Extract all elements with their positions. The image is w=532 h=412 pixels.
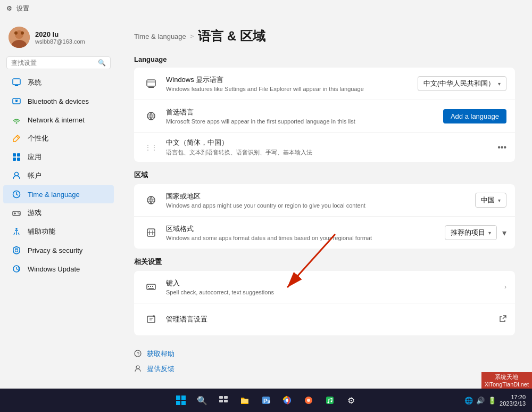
breadcrumb-separator: > [190, 33, 194, 39]
sidebar-item-privacy-label: Privacy & security [28, 246, 82, 254]
taskbar: 🔍 Ps ⚙ 🌐 🔊 🔋 17:20 2023/2/13 [0, 389, 532, 412]
svg-rect-29 [148, 286, 149, 287]
regional-format-expand-icon[interactable]: ▾ [502, 228, 506, 238]
manage-lang-row[interactable]: 管理语言设置 [134, 303, 515, 335]
get-help-link[interactable]: ? 获取帮助 [134, 348, 515, 360]
avatar [9, 27, 30, 48]
chinese-language-title: 中文（简体，中国） [166, 138, 497, 147]
timelang-icon [12, 189, 21, 199]
apps-icon [12, 152, 21, 162]
chinese-language-action[interactable]: ••• [497, 143, 506, 152]
sidebar-item-accounts[interactable]: 帐户 [3, 167, 114, 185]
sidebar-item-network-label: Network & internet [28, 116, 85, 124]
region-section-header: 区域 [134, 170, 515, 180]
settings-icon: ⚙ [6, 5, 12, 12]
sidebar-item-system[interactable]: 系统 [3, 73, 114, 92]
chinese-language-row[interactable]: ⋮⋮ 中文（简体，中国） 语言包、文本到语音转换、语音识别、手写、基本输入法 •… [134, 133, 515, 162]
typing-row[interactable]: 键入 Spell check, autocorrect, text sugges… [134, 271, 515, 303]
sidebar-item-update[interactable]: Windows Update [3, 260, 114, 278]
watermark-line2: XiTongTianDi.net [485, 381, 529, 388]
drag-handle-icon: ⋮⋮ [143, 139, 160, 156]
typing-desc: Spell check, autocorrect, text suggestio… [166, 289, 504, 295]
sidebar-item-network[interactable]: Network & internet [3, 111, 114, 129]
display-language-action[interactable]: 中文(中华人民共和国） ▾ [418, 76, 506, 91]
help-links: ? 获取帮助 提供反馈 [134, 348, 515, 375]
svg-text:?: ? [137, 351, 139, 357]
taskbar-chrome-icon[interactable] [278, 391, 297, 410]
sidebar-item-accessibility-label: 辅助功能 [28, 227, 55, 236]
regional-format-action[interactable]: 推荐的项目 ▾ ▾ [445, 225, 506, 240]
typing-chevron-icon: › [504, 283, 506, 291]
sidebar-item-gaming[interactable]: 游戏 [3, 204, 114, 222]
country-value: 中国 [481, 195, 495, 205]
manage-lang-content: 管理语言设置 [166, 315, 499, 324]
sidebar-item-personalize-label: 个性化 [28, 134, 48, 143]
display-language-row[interactable]: Windows 显示语言 Windows features like Setti… [134, 68, 515, 100]
sidebar-item-apps-label: 应用 [28, 152, 41, 162]
svg-point-55 [331, 401, 332, 402]
country-row[interactable]: 国家或地区 Windows and apps might use your co… [134, 184, 515, 217]
network-icon [12, 115, 21, 125]
sidebar-item-personalize[interactable]: 个性化 [3, 129, 114, 147]
personalize-icon [12, 134, 21, 143]
svg-rect-32 [148, 288, 154, 289]
taskbar-music-icon[interactable] [320, 391, 339, 410]
regional-format-row[interactable]: 区域格式 Windows and some apps format dates … [134, 217, 515, 249]
search-box[interactable]: 🔍 [6, 56, 111, 69]
watermark: 系统天地 XiTongTianDi.net [481, 372, 532, 389]
sidebar-item-accessibility[interactable]: 辅助功能 [3, 223, 114, 241]
display-language-title: Windows 显示语言 [166, 75, 418, 85]
regional-format-chevron-icon: ▾ [488, 230, 491, 236]
taskbar-search-icon[interactable]: 🔍 [193, 391, 212, 410]
sidebar-item-gaming-label: 游戏 [28, 208, 41, 218]
system-icon [12, 78, 21, 87]
taskbar-icon-network[interactable]: 🌐 [464, 397, 473, 405]
related-settings-card: 键入 Spell check, autocorrect, text sugges… [134, 271, 515, 335]
taskbar-center: 🔍 Ps ⚙ [171, 391, 361, 410]
sidebar-item-apps[interactable]: 应用 [3, 148, 114, 166]
svg-rect-11 [13, 153, 16, 156]
regional-format-icon [143, 224, 160, 241]
regional-format-desc: Windows and some apps format dates and t… [166, 235, 445, 241]
taskbar-settings-icon[interactable]: ⚙ [342, 391, 361, 410]
svg-point-25 [147, 112, 155, 120]
manage-lang-action[interactable] [499, 315, 506, 324]
taskbar-taskview-icon[interactable] [214, 391, 233, 410]
taskbar-start-icon[interactable] [171, 391, 190, 410]
get-help-label: 获取帮助 [147, 349, 174, 359]
feedback-link[interactable]: 提供反馈 [134, 363, 515, 375]
country-select[interactable]: 中国 ▾ [475, 193, 506, 208]
taskbar-icon-battery[interactable]: 🔋 [488, 397, 496, 405]
user-email: wslbb87@163.com [35, 38, 85, 45]
sidebar-item-bluetooth[interactable]: Bluetooth & devices [3, 92, 114, 110]
sidebar-item-timelang[interactable]: Time & language [3, 185, 114, 203]
taskbar-app2-icon[interactable] [299, 391, 318, 410]
region-card: 国家或地区 Windows and apps might use your co… [134, 184, 515, 249]
search-input[interactable] [11, 59, 95, 67]
sidebar-item-update-label: Windows Update [28, 265, 80, 273]
svg-rect-39 [176, 395, 180, 400]
watermark-line1: 系统天地 [495, 373, 518, 381]
svg-rect-13 [13, 158, 16, 161]
taskbar-app1-icon[interactable]: Ps [256, 391, 276, 410]
user-name: 2020 lu [35, 30, 85, 38]
country-action[interactable]: 中国 ▾ [475, 193, 506, 208]
svg-rect-21 [15, 250, 18, 252]
taskbar-clock[interactable]: 17:20 2023/2/13 [500, 394, 526, 407]
country-title: 国家或地区 [166, 192, 475, 201]
regional-format-select[interactable]: 推荐的项目 ▾ [445, 225, 497, 240]
language-section-header: Language [134, 55, 515, 63]
svg-rect-7 [14, 86, 19, 86]
country-content: 国家或地区 Windows and apps might use your co… [166, 192, 475, 209]
add-language-button[interactable]: Add a language [443, 109, 506, 123]
language-card: Windows 显示语言 Windows features like Setti… [134, 68, 515, 162]
preferred-language-row[interactable]: 首选语言 Microsoft Store apps will appear in… [134, 100, 515, 133]
sidebar-item-privacy[interactable]: Privacy & security [3, 241, 114, 259]
taskbar-icon-sound[interactable]: 🔊 [476, 397, 485, 405]
taskbar-file-explorer-icon[interactable] [235, 391, 254, 410]
preferred-language-action[interactable]: Add a language [443, 109, 506, 123]
display-language-select[interactable]: 中文(中华人民共和国） ▾ [418, 76, 506, 91]
more-options-icon[interactable]: ••• [497, 143, 506, 152]
svg-point-19 [19, 213, 20, 215]
typing-action[interactable]: › [504, 283, 506, 291]
